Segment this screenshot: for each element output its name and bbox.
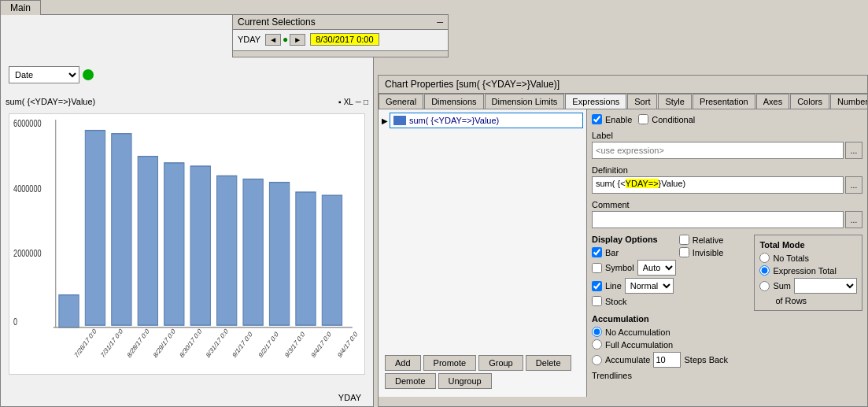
label-input[interactable] [592, 142, 844, 159]
demote-button[interactable]: Demote [385, 373, 436, 389]
conditional-checkbox[interactable] [638, 114, 648, 124]
svg-rect-14 [322, 195, 342, 325]
date-select[interactable]: Date [9, 66, 79, 83]
cs-buttons: ◄ ● ► [265, 34, 305, 46]
enable-checkbox[interactable] [592, 114, 602, 124]
date-filter: Date [9, 66, 94, 83]
chart-minimize-btn[interactable]: ─ [356, 98, 361, 106]
conditional-checkbox-label[interactable]: Conditional [638, 114, 695, 124]
line-select[interactable]: Normal [625, 278, 674, 294]
comment-input[interactable] [592, 211, 844, 228]
tab-axes[interactable]: Axes [756, 94, 789, 109]
definition-label: Definition [592, 165, 862, 175]
expression-item[interactable]: sum( {<YDAY=>}Value) [390, 113, 583, 128]
svg-text:9/4/17 0:0: 9/4/17 0:0 [336, 329, 358, 360]
line-checkbox[interactable] [592, 281, 602, 291]
definition-highlight: YDAY=> [626, 179, 659, 188]
cs-close-button[interactable]: ─ [437, 17, 443, 27]
label-expand-btn[interactable]: ... [845, 142, 862, 159]
add-button[interactable]: Add [385, 355, 421, 371]
cs-item-value[interactable]: 8/30/2017 0:00 [310, 33, 379, 46]
tab-general[interactable]: General [379, 94, 423, 109]
no-accum-radio[interactable] [592, 327, 602, 337]
accum-radio[interactable] [592, 355, 602, 365]
expression-total-label: Expression Total [773, 266, 837, 276]
main-tab[interactable]: Main [0, 0, 41, 15]
expression-total-radio[interactable] [759, 265, 770, 276]
chart-ctrl-icon[interactable]: ▪ [338, 98, 342, 106]
no-totals-radio[interactable] [759, 253, 770, 263]
svg-rect-7 [138, 157, 157, 326]
svg-text:8/29/17 0:0: 8/29/17 0:0 [152, 327, 176, 360]
tab-dimensions[interactable]: Dimensions [424, 94, 483, 109]
conditional-label: Conditional [652, 115, 695, 124]
bar-label: Bar [605, 248, 619, 257]
svg-text:0: 0 [13, 316, 17, 327]
invisible-checkbox[interactable] [679, 247, 689, 257]
expressions-list: ▶ sum( {<YDAY=>}Value) Add Promote Group… [379, 109, 587, 397]
cs-back-btn[interactable]: ◄ [265, 34, 281, 46]
svg-rect-5 [85, 131, 105, 326]
group-button[interactable]: Group [478, 355, 523, 371]
stock-row: Stock [592, 296, 676, 306]
chart-maximize-btn[interactable]: □ [364, 98, 368, 106]
tab-expressions[interactable]: Expressions [565, 94, 626, 109]
bar-row: Bar [592, 247, 676, 257]
svg-rect-11 [243, 179, 263, 326]
relative-checkbox[interactable] [679, 235, 689, 245]
svg-text:6000000: 6000000 [13, 118, 41, 129]
steps-back-label: Steps Back [684, 355, 728, 364]
main-window: Main Current Selections ─ YDAY ◄ ● ► 8/3… [0, 0, 868, 407]
chart-xl-btn[interactable]: XL [344, 98, 353, 106]
tab-style[interactable]: Style [658, 94, 691, 109]
full-accum-row: Full Accumulation [592, 339, 862, 350]
tree-expand-icon[interactable]: ▶ [382, 117, 388, 125]
tabs-bar: General Dimensions Dimension Limits Expr… [379, 94, 867, 109]
cs-header: Current Selections ─ [233, 15, 448, 30]
stock-checkbox[interactable] [592, 296, 602, 306]
sum-label: Sum [773, 281, 791, 290]
svg-text:8/31/17 0:0: 8/31/17 0:0 [205, 327, 229, 360]
definition-expand-btn[interactable]: ... [845, 176, 862, 194]
chart-area: 6000000 4000000 2000000 0 [9, 113, 365, 375]
chart-title-bar: sum( {<YDAY=>}Value) ▪ XL ─ □ [2, 95, 371, 108]
promote-button[interactable]: Promote [423, 355, 477, 371]
svg-text:9/1/17 0:0: 9/1/17 0:0 [231, 329, 253, 360]
no-totals-label: No Totals [773, 253, 809, 263]
expr-buttons: Add Promote Group Delete Demote Ungroup [382, 350, 583, 394]
cs-scrollbar [233, 50, 448, 57]
svg-text:8/28/17 0:0: 8/28/17 0:0 [126, 327, 150, 360]
chart-svg: 6000000 4000000 2000000 0 [9, 114, 364, 374]
sum-radio[interactable] [759, 281, 770, 291]
cs-title: Current Selections [238, 17, 316, 28]
main-tab-label: Main [10, 2, 31, 13]
line-label: Line [605, 281, 622, 290]
properties-panel: Chart Properties [sum( {<YDAY=>}Value)] … [378, 75, 868, 407]
sum-select[interactable] [794, 278, 857, 294]
enable-checkbox-label[interactable]: Enable [592, 114, 632, 124]
symbol-checkbox[interactable] [592, 263, 602, 273]
comment-expand-btn[interactable]: ... [845, 211, 862, 228]
line-row: Line Normal [592, 278, 676, 294]
enable-label: Enable [605, 115, 632, 124]
tab-colors[interactable]: Colors [790, 94, 829, 109]
chart-panel: Date sum( {<YDAY=>}Value) ▪ XL ─ □ 60000… [0, 14, 374, 407]
comment-label: Comment [592, 200, 862, 209]
accumulation-section: Accumulation No Accumulation Full Accumu… [592, 314, 862, 368]
cs-item-label: YDAY [238, 35, 260, 44]
tab-presentation[interactable]: Presentation [693, 94, 755, 109]
tab-sort[interactable]: Sort [627, 94, 657, 109]
total-mode-box: Total Mode No Totals Expression Total [754, 235, 862, 311]
ungroup-button[interactable]: Ungroup [438, 373, 492, 389]
cs-content: YDAY ◄ ● ► 8/30/2017 0:00 [233, 30, 448, 49]
cs-forward-btn[interactable]: ► [290, 34, 305, 46]
tab-dimension-limits[interactable]: Dimension Limits [485, 94, 565, 109]
tab-number[interactable]: Number [830, 94, 867, 109]
steps-input[interactable] [653, 352, 681, 368]
accumulation-title: Accumulation [592, 314, 862, 324]
symbol-select[interactable]: Auto [637, 260, 676, 276]
full-accum-radio[interactable] [592, 339, 602, 350]
delete-button[interactable]: Delete [526, 355, 571, 371]
bar-checkbox[interactable] [592, 247, 602, 257]
definition-display: sum( {<YDAY=>}Value) [592, 176, 844, 194]
